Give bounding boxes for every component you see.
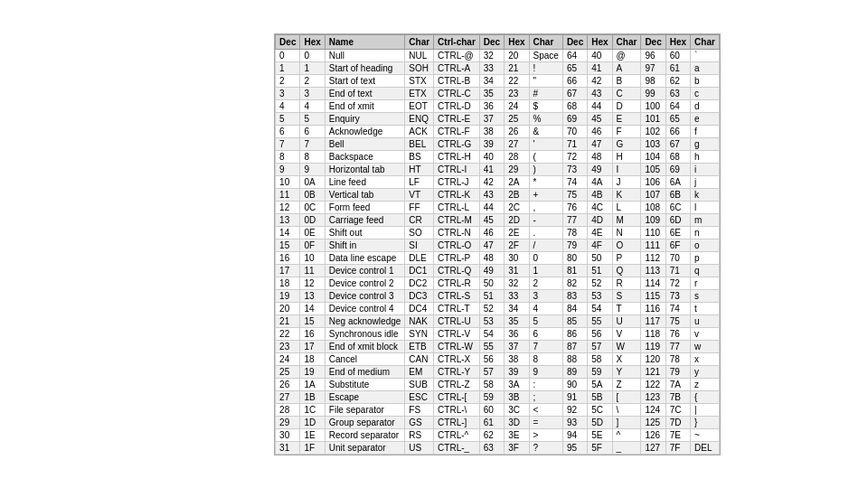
table-cell: [ (612, 390, 641, 403)
table-cell: CTRL-W (434, 340, 480, 352)
table-cell: 125 (641, 416, 665, 428)
table-cell: b (691, 74, 720, 87)
table-cell: 3B (505, 390, 529, 403)
table-cell: 17 (300, 340, 325, 352)
table-cell: NAK (405, 314, 434, 327)
table-cell: i (691, 163, 720, 175)
table-cell: g (691, 137, 720, 150)
table-cell: 42 (588, 74, 612, 87)
table-cell: k (691, 188, 720, 201)
table-cell: O (612, 239, 641, 251)
table-cell: 3 (529, 289, 562, 302)
table-cell: f (691, 125, 720, 137)
table-cell: EM (405, 365, 434, 378)
table-cell: p (691, 251, 720, 264)
table-cell: a (691, 61, 720, 74)
table-cell: 71 (562, 137, 587, 150)
table-cell: 0A (300, 175, 325, 188)
table-cell: 20 (276, 302, 300, 314)
table-cell: ` (691, 49, 720, 61)
table-cell: { (691, 390, 720, 403)
table-cell: 81 (562, 264, 587, 277)
table-row: 150FShift inSICTRL-O472F/794FO1116Fo (276, 239, 720, 251)
table-row: 311FUnit separatorUSCTRL-_633F?955F_1277… (276, 441, 720, 454)
table-cell: Carriage feed (325, 213, 405, 226)
table-cell: 25 (505, 112, 529, 125)
table-cell: 0C (300, 201, 325, 213)
table-cell: " (529, 74, 562, 87)
table-cell: 91 (562, 390, 587, 403)
table-cell: J (612, 175, 641, 188)
table-cell: 7 (300, 137, 325, 150)
table-cell: 68 (562, 99, 587, 112)
column-header: Dec (479, 34, 504, 49)
table-cell: 96 (641, 49, 665, 61)
table-cell: 59 (479, 390, 504, 403)
table-cell: Q (612, 264, 641, 277)
table-cell: 5 (276, 112, 300, 125)
table-cell: 127 (641, 441, 665, 454)
table-cell: 6E (665, 226, 690, 239)
table-cell: Neg acknowledge (325, 314, 405, 327)
table-cell: D (612, 99, 641, 112)
table-cell: 49 (588, 163, 612, 175)
table-cell: 61 (479, 416, 504, 428)
table-cell: 5D (588, 416, 612, 428)
table-cell: 18 (276, 277, 300, 289)
table-cell: 28 (505, 150, 529, 163)
table-cell: 45 (588, 112, 612, 125)
table-cell: 37 (479, 112, 504, 125)
table-cell: 100 (641, 99, 665, 112)
table-cell: 5B (588, 390, 612, 403)
table-cell: 24 (276, 352, 300, 365)
table-cell: 27 (276, 390, 300, 403)
table-cell: 58 (588, 352, 612, 365)
table-cell: 26 (505, 125, 529, 137)
table-cell: CTRL-T (434, 302, 480, 314)
column-header: Hex (665, 34, 690, 49)
column-header: Name (325, 34, 405, 49)
table-cell: 21 (276, 314, 300, 327)
table-cell: ENQ (405, 112, 434, 125)
table-cell: 6D (665, 213, 690, 226)
table-cell: R (612, 277, 641, 289)
table-cell: Acknowledge (325, 125, 405, 137)
table-cell: 32 (505, 277, 529, 289)
table-cell: F (612, 125, 641, 137)
table-cell: 1A (300, 378, 325, 390)
table-cell: CTRL-V (434, 327, 480, 340)
table-cell: 75 (562, 188, 587, 201)
table-cell: CTRL-D (434, 99, 480, 112)
table-cell: 1 (276, 61, 300, 74)
table-cell: 1B (300, 390, 325, 403)
table-cell: Z (612, 378, 641, 390)
table-cell: 2F (505, 239, 529, 251)
table-cell: 7 (276, 137, 300, 150)
table-cell: 121 (641, 365, 665, 378)
column-header: Dec (641, 34, 665, 49)
table-row: 1913Device control 3DC3CTRL-S513338353S1… (276, 289, 720, 302)
table-cell: 52 (588, 277, 612, 289)
table-cell: CTRL-Q (434, 264, 480, 277)
table-cell: 107 (641, 188, 665, 201)
table-cell: ] (612, 416, 641, 428)
column-header: Hex (300, 34, 325, 49)
table-cell: 1C (300, 403, 325, 416)
table-cell: 5C (588, 403, 612, 416)
table-cell: 3E (505, 428, 529, 441)
table-cell: 41 (588, 61, 612, 74)
table-cell: CTRL-M (434, 213, 480, 226)
table-row: 88BackspaceBSCTRL-H4028(7248H10468h (276, 150, 720, 163)
table-cell: L (612, 201, 641, 213)
table-cell: r (691, 277, 720, 289)
table-cell: W (612, 340, 641, 352)
table-cell: 2 (300, 74, 325, 87)
table-row: 271BEscapeESCCTRL-[593B;915B[1237B{ (276, 390, 720, 403)
table-cell: 78 (562, 226, 587, 239)
table-cell: 63 (665, 87, 690, 99)
table-cell: 50 (479, 277, 504, 289)
table-cell: 51 (479, 289, 504, 302)
table-cell: o (691, 239, 720, 251)
table-cell: 43 (479, 188, 504, 201)
table-cell: 29 (276, 416, 300, 428)
